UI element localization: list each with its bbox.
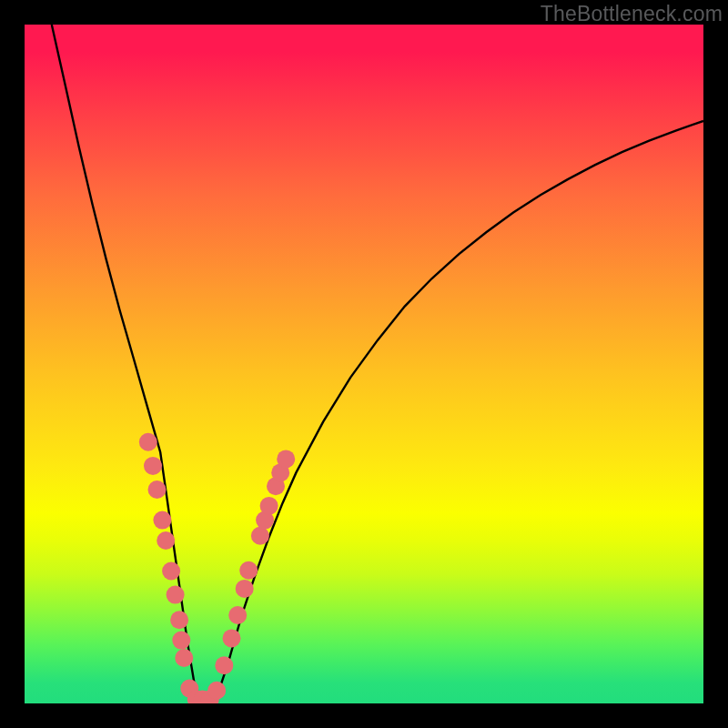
- marker-dot: [162, 562, 180, 581]
- chart-frame: TheBottleneck.com: [0, 0, 728, 728]
- curve-group: [52, 25, 703, 703]
- marker-dot: [215, 656, 233, 674]
- marker-dot: [228, 606, 247, 624]
- chart-svg: [25, 25, 703, 703]
- marker-dot: [236, 580, 254, 598]
- watermark-text: TheBottleneck.com: [541, 2, 723, 26]
- marker-dot: [251, 527, 269, 545]
- marker-dot: [223, 629, 241, 647]
- marker-dot: [144, 457, 162, 475]
- marker-dot: [153, 511, 171, 530]
- marker-dot: [167, 586, 185, 604]
- bottleneck-curve: [52, 25, 703, 703]
- marker-dot: [260, 497, 278, 515]
- marker-dot: [277, 450, 295, 468]
- chart-plot-area: [25, 25, 703, 703]
- marker-dot: [139, 433, 157, 451]
- marker-dot: [175, 649, 193, 667]
- marker-dot: [157, 531, 175, 550]
- marker-dot: [148, 480, 167, 499]
- marker-dot: [172, 632, 190, 650]
- marker-dot: [207, 682, 226, 700]
- marker-dot: [170, 611, 188, 629]
- marker-dot: [239, 561, 258, 580]
